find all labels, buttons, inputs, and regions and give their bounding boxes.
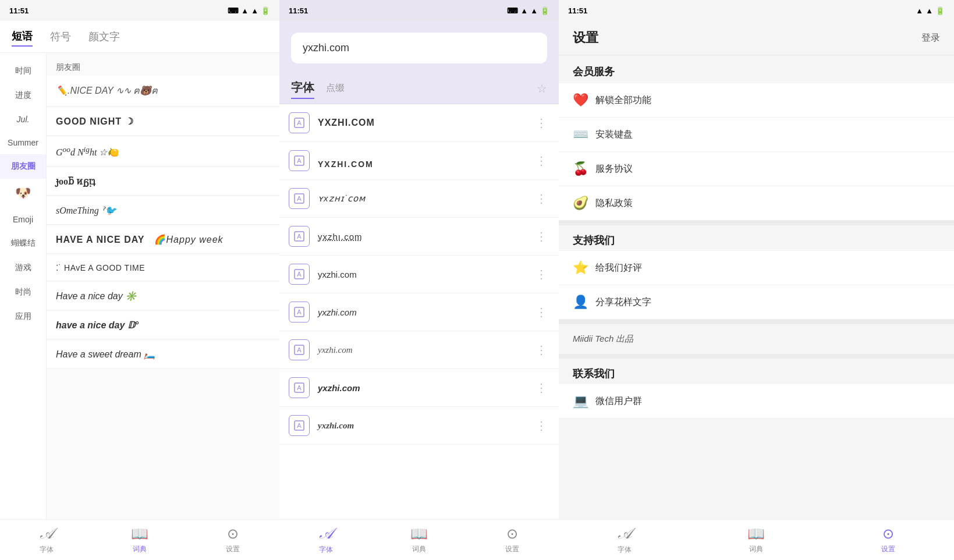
list-item[interactable]: ✏️.NICE DAY ∿∿ ฅ🐻ฅ [47,75,279,107]
svg-text:A: A [297,157,302,164]
keyboard-icon: ⌨ [228,6,239,15]
settings-item-share[interactable]: 👤 分享花样文字 [559,285,954,320]
font-nav-icon-right: 𝒜 [618,525,631,543]
middle-panel: 字体 点缀 ☆ A YXZHI.COM ⋮ A ⠀⠀⠀⠀⠀⠀⠀⠀⠀ YXZHI.… [279,21,559,560]
list-item[interactable]: ⁚˙ HAvE A GOOD TIME [47,255,279,281]
font-result-item[interactable]: A yxzhı.com ⋮ [279,218,559,256]
font-result-text: YXZHI.COM [318,160,533,169]
share-icon: 👤 [573,295,588,310]
settings-nav-icon-right: ⊙ [882,526,894,542]
sidebar-item-fashion[interactable]: 时尚 [0,280,46,304]
sidebar-item-emoji[interactable]: Emoji [0,208,46,231]
nav-item-dict-middle[interactable]: 📖 词典 [373,520,466,560]
font-result-text: yxzhı.com [318,232,533,242]
font-result-item[interactable]: A yxzhi.com ⋮ [279,293,559,331]
list-item[interactable]: ɟooƃ ᴎᵷᴉʇ [47,168,279,196]
sidebar-item-game[interactable]: 游戏 [0,256,46,280]
more-options-icon[interactable]: ⋮ [533,381,549,395]
sidebar-item-dog[interactable]: 🐶 [0,179,46,208]
keyboard-label: 安装键盘 [595,129,633,141]
sidebar-item-friends[interactable]: 朋友圈 [0,154,46,179]
tab-decorate[interactable]: 点缀 [326,80,345,97]
star-button[interactable]: ☆ [537,81,547,95]
list-item[interactable]: GOOD NIGHT ☽ [47,108,279,136]
time-middle: 11:51 [289,6,308,15]
settings-item-rate[interactable]: ⭐ 给我们好评 [559,251,954,285]
tab-emoticons[interactable]: 颜文字 [88,27,120,46]
sidebar-item-app[interactable]: 应用 [0,304,46,329]
login-button[interactable]: 登录 [921,32,940,44]
list-item[interactable]: HAVE A NICE DAY 🌈Happy week [47,226,279,254]
left-bottom-nav: 𝒜 字体 📖 词典 ⊙ 设置 [0,519,279,560]
nav-item-dict-right[interactable]: 📖 词典 [690,520,822,560]
font-text-have-good-time: ⁚˙ HAvE A GOOD TIME [56,263,270,272]
settings-item-keyboard[interactable]: ⌨️ 安装键盘 [559,118,954,152]
nav-item-font-right[interactable]: 𝒜 字体 [559,520,690,560]
dict-nav-icon-left: 📖 [131,526,148,542]
sidebar-item-time[interactable]: 时间 [0,59,46,83]
font-result-icon: A [289,150,310,171]
tab-symbols[interactable]: 符号 [50,27,71,46]
section-header-contact: 联系我们 [559,359,954,384]
nav-item-dict-left[interactable]: 📖 词典 [93,520,186,560]
font-text-nice-day: ✏️.NICE DAY ∿∿ ฅ🐻ฅ [56,83,270,98]
settings-item-wechat[interactable]: 💻 微信用户群 [559,384,954,419]
left-header: 短语 符号 颜文字 [0,21,279,53]
more-options-icon[interactable]: ⋮ [533,267,549,281]
more-options-icon[interactable]: ⋮ [533,154,549,168]
font-result-icon: A [289,302,310,322]
font-nav-icon-middle: 𝒜 [320,525,332,543]
more-options-icon[interactable]: ⋮ [533,343,549,357]
status-bar-right: 11:51 ▲ ▲ 🔋 [559,0,954,21]
tab-font[interactable]: 字体 [291,77,314,99]
tab-phrases[interactable]: 短语 [12,27,33,47]
right-panel: 设置 登录 会员服务 ❤️ 解锁全部功能 ⌨️ 安装键盘 🍒 服务协议 🥑 隐私… [559,21,954,560]
font-text-have-nice-day3: have a nice day 𝔻° [56,320,270,331]
more-options-icon[interactable]: ⋮ [533,419,549,433]
font-result-item[interactable]: A YXZHI.COM ⋮ [279,104,559,142]
signal-icon-r: ▲ [916,6,923,15]
svg-text:A: A [297,195,302,202]
font-result-item[interactable]: A ⠀⠀⠀⠀⠀⠀⠀⠀⠀ YXZHI.COM ⋮ [279,142,559,180]
more-options-icon[interactable]: ⋮ [533,116,549,130]
nav-label-dict-right: 词典 [749,544,763,554]
settings-divider-3 [559,354,954,359]
unlock-icon: ❤️ [573,93,588,108]
more-options-icon[interactable]: ⋮ [533,229,549,243]
font-result-item[interactable]: A yxzhi.com ⋮ [279,256,559,293]
font-result-icon: A [289,415,310,436]
list-item[interactable]: Have a sweet dream 🛏️ [47,341,279,368]
nav-item-font-left[interactable]: 𝒜 字体 [0,520,93,560]
font-result-icon: A [289,112,310,133]
font-result-text-wrap: ⠀⠀⠀⠀⠀⠀⠀⠀⠀ YXZHI.COM [318,153,533,169]
settings-item-terms[interactable]: 🍒 服务协议 [559,152,954,186]
font-result-item[interactable]: A yxzhi.com ⋮ [279,331,559,369]
nav-item-settings-middle[interactable]: ⊙ 设置 [466,520,559,560]
sidebar-item-bow[interactable]: 蝴蝶结 [0,231,46,256]
sidebar-item-summer[interactable]: Summer [0,131,46,154]
nav-item-settings-left[interactable]: ⊙ 设置 [186,520,279,560]
sidebar-item-progress[interactable]: 进度 [0,83,46,108]
list-item[interactable]: Have a nice day ✳️ [47,282,279,310]
font-result-item[interactable]: A yxzhi.com ⋮ [279,407,559,445]
font-result-icon: A [289,339,310,360]
more-options-icon[interactable]: ⋮ [533,192,549,205]
search-input[interactable] [291,33,547,63]
wifi-icon: ▲ [251,6,258,15]
font-result-icon: A [289,226,310,247]
nav-label-font-right: 字体 [618,545,632,555]
font-result-item[interactable]: A yxzhi.com ⋮ [279,369,559,407]
nav-item-settings-right[interactable]: ⊙ 设置 [822,520,954,560]
list-item[interactable]: have a nice day 𝔻° [47,311,279,339]
sidebar-item-jul[interactable]: Jul. [0,108,46,131]
list-item[interactable]: Good Night ☆🍋 [47,137,279,166]
middle-bottom-nav: 𝒜 字体 📖 词典 ⊙ 设置 [279,519,559,560]
list-item[interactable]: sOmeThing ˀ🐦 [47,197,279,225]
nav-item-font-middle[interactable]: 𝒜 字体 [279,520,373,560]
terms-label: 服务协议 [595,163,633,175]
settings-item-privacy[interactable]: 🥑 隐私政策 [559,186,954,221]
more-options-icon[interactable]: ⋮ [533,305,549,319]
settings-item-unlock[interactable]: ❤️ 解锁全部功能 [559,83,954,118]
nav-label-dict-left: 词典 [133,544,147,554]
font-result-item[interactable]: A ʏxᴢʜɪ˙ᴄᴏᴍ ⋮ [279,180,559,218]
